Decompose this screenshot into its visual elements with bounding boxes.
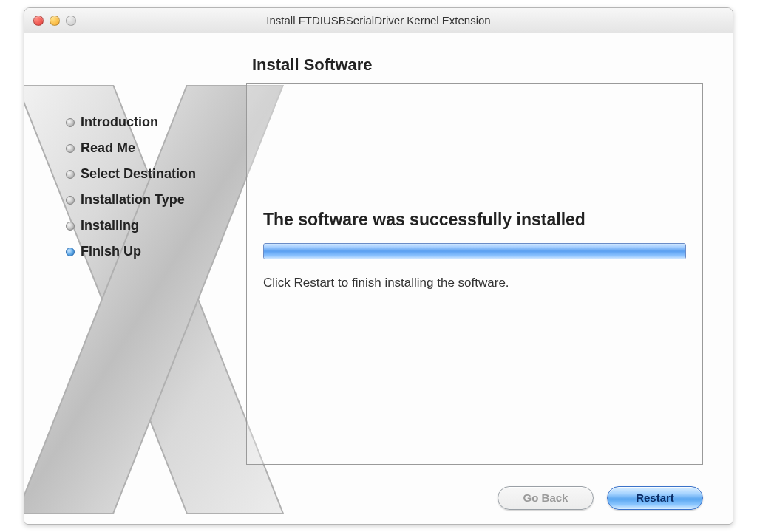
steps-sidebar: Introduction Read Me Select Destination … — [24, 33, 246, 472]
bullet-icon — [66, 144, 75, 153]
titlebar: Install FTDIUSBSerialDriver Kernel Exten… — [24, 8, 733, 33]
bullet-icon — [66, 196, 75, 205]
step-label: Finish Up — [81, 244, 141, 259]
step-label: Select Destination — [81, 166, 196, 182]
bullet-icon — [66, 222, 75, 231]
step-label: Introduction — [81, 115, 158, 130]
section-title: Install Software — [252, 55, 703, 75]
bullet-icon — [66, 248, 75, 256]
main-area: Install Software The software was succes… — [246, 33, 733, 472]
window-title: Install FTDIUSBSerialDriver Kernel Exten… — [24, 14, 733, 27]
zoom-icon — [66, 16, 76, 26]
bullet-icon — [66, 170, 75, 179]
step-installation-type: Installation Type — [66, 192, 246, 208]
installer-window: Install FTDIUSBSerialDriver Kernel Exten… — [24, 7, 733, 525]
step-finish-up: Finish Up — [66, 244, 246, 259]
restart-button[interactable]: Restart — [607, 486, 703, 510]
step-read-me: Read Me — [66, 140, 246, 156]
bullet-icon — [66, 118, 75, 127]
window-controls — [33, 16, 76, 26]
close-icon[interactable] — [33, 16, 44, 26]
go-back-button: Go Back — [498, 486, 594, 510]
step-introduction: Introduction — [66, 115, 246, 130]
content-panel: The software was successfully installed … — [246, 83, 703, 465]
minimize-icon[interactable] — [50, 16, 60, 26]
success-message: The software was successfully installed — [263, 210, 686, 230]
step-installing: Installing — [66, 218, 246, 233]
step-label: Installation Type — [81, 192, 185, 208]
progress-fill — [264, 244, 685, 259]
window-body: Introduction Read Me Select Destination … — [24, 33, 733, 524]
button-bar: Go Back Restart — [24, 472, 733, 524]
step-label: Installing — [81, 218, 139, 233]
hint-text: Click Restart to finish installing the s… — [263, 276, 686, 290]
progress-bar — [263, 243, 686, 259]
step-label: Read Me — [81, 140, 135, 156]
step-select-destination: Select Destination — [66, 166, 246, 182]
